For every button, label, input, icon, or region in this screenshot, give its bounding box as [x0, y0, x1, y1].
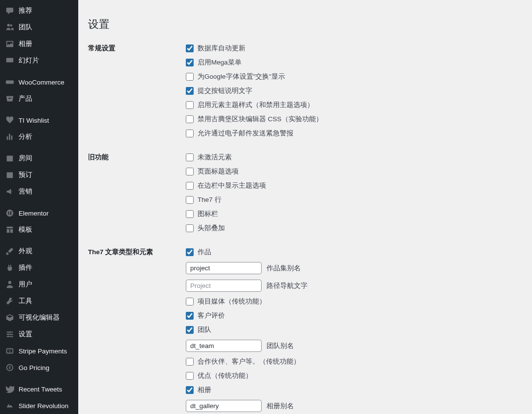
sidebar-item-brush[interactable]: 外观 [0, 243, 78, 260]
sidebar-item-label: 团队 [19, 23, 32, 32]
media-checkbox[interactable] [186, 298, 194, 305]
legacy-option-3-checkbox[interactable] [186, 196, 194, 204]
media-label[interactable]: 项目媒体（传统功能） [198, 297, 266, 306]
sidebar-item-booking[interactable]: 预订 [0, 167, 78, 183]
works-breadcrumb-input[interactable] [186, 280, 262, 292]
user-icon [5, 280, 15, 289]
works-breadcrumb-label: 路径导航文字 [266, 282, 308, 290]
general-option-5-checkbox[interactable] [186, 115, 194, 123]
sidebar-item-slides[interactable]: 幻灯片 [0, 52, 78, 69]
sidebar-item-label: 模板 [19, 225, 32, 234]
section-posttypes-label: The7 文章类型和元素 [88, 248, 186, 257]
sidebar-item-wrench[interactable]: 工具 [0, 293, 78, 309]
booking-icon [5, 170, 15, 180]
sidebar-item-pricing[interactable]: Go Pricing [0, 359, 78, 376]
template-icon [5, 225, 15, 235]
sidebar-item-chart[interactable]: 分析 [0, 129, 78, 145]
general-option-3-checkbox[interactable] [186, 87, 194, 95]
legacy-option-2-label[interactable]: 在边栏中显示主题选项 [198, 181, 266, 190]
legacy-option-5-checkbox[interactable] [186, 224, 194, 232]
testimonials-checkbox[interactable] [186, 312, 194, 320]
works-slug-input[interactable] [186, 262, 262, 274]
sidebar-item-comment[interactable]: 推荐 [0, 2, 78, 19]
sidebar-item-label: 外观 [19, 247, 32, 256]
sidebar-item-images[interactable]: 相册 [0, 36, 78, 52]
sidebar-item-woo[interactable]: WooCommerce [0, 74, 78, 90]
team-slug-input[interactable] [186, 340, 262, 352]
sidebar-item-calendar[interactable]: 房间 [0, 150, 78, 167]
sidebar-item-label: 幻灯片 [19, 56, 39, 65]
sidebar-item-settings[interactable]: 设置 [0, 326, 78, 343]
legacy-option-3-label[interactable]: The7 行 [198, 196, 222, 204]
pricing-icon [5, 363, 15, 372]
sidebar-item-users[interactable]: 团队 [0, 19, 78, 36]
works-checkbox[interactable] [186, 248, 194, 256]
legacy-option-4-label[interactable]: 图标栏 [198, 210, 218, 218]
general-option-1-label[interactable]: 启用Mega菜单 [198, 58, 242, 67]
general-option-5-label[interactable]: 禁用古腾堡区块编辑器 CSS（实验功能） [198, 115, 323, 124]
sidebar-item-label: Stripe Payments [19, 348, 67, 355]
partners-label[interactable]: 合作伙伴、客户等。（传统功能） [198, 357, 300, 366]
team-label[interactable]: 团队 [198, 326, 211, 334]
testimonials-label[interactable]: 客户评价 [198, 311, 225, 320]
comment-icon [5, 6, 15, 16]
page-title: 设置 [88, 17, 522, 32]
legacy-option-0-checkbox[interactable] [186, 153, 194, 161]
works-label[interactable]: 作品 [198, 248, 211, 257]
sidebar-item-label: Recent Tweets [19, 386, 62, 393]
twitter-icon [5, 384, 15, 394]
general-option-3-label[interactable]: 提交按钮说明文字 [198, 87, 252, 95]
general-option-6-checkbox[interactable] [186, 130, 194, 137]
sidebar-item-megaphone[interactable]: 营销 [0, 183, 78, 200]
sidebar-item-twitter[interactable]: Recent Tweets [0, 381, 78, 397]
legacy-option-0-label[interactable]: 未激活元素 [198, 153, 232, 162]
general-option-1-checkbox[interactable] [186, 59, 194, 66]
sidebar-item-label: 可视化编辑器 [19, 313, 60, 322]
images-icon [5, 39, 15, 49]
sidebar-item-product[interactable]: 产品 [0, 90, 78, 107]
section-general-label: 常规设置 [88, 44, 186, 53]
megaphone-icon [5, 187, 15, 196]
gallery-checkbox[interactable] [186, 386, 194, 394]
product-icon [5, 94, 15, 104]
general-option-6-label[interactable]: 允许通过电子邮件发送紧急警报 [198, 129, 293, 138]
admin-sidebar: 推荐团队相册幻灯片WooCommerce产品TI Wishlist分析房间预订营… [0, 0, 78, 414]
general-option-2-checkbox[interactable] [186, 73, 194, 81]
sidebar-item-user[interactable]: 用户 [0, 276, 78, 293]
legacy-option-5-label[interactable]: 头部叠加 [198, 224, 225, 233]
sidebar-item-heart[interactable]: TI Wishlist [0, 112, 78, 129]
sidebar-item-label: 产品 [19, 94, 32, 103]
sidebar-item-slider[interactable]: Slider Revolution [0, 397, 78, 414]
plugin-icon [5, 263, 15, 273]
general-option-4-checkbox[interactable] [186, 101, 194, 109]
stripe-icon: S [5, 346, 15, 356]
sidebar-item-label: WooCommerce [19, 79, 65, 86]
settings-icon [5, 329, 15, 339]
sidebar-item-label: Elementor [19, 210, 49, 217]
general-option-4-label[interactable]: 启用元素主题样式（和禁用主题选项） [198, 101, 314, 109]
legacy-option-1-label[interactable]: 页面标题选项 [198, 167, 239, 176]
general-option-0-label[interactable]: 数据库自动更新 [198, 44, 245, 53]
sidebar-item-label: 用户 [19, 280, 32, 289]
sidebar-item-visual[interactable]: 可视化编辑器 [0, 309, 78, 326]
sidebar-item-plugin[interactable]: 插件 [0, 260, 78, 276]
legacy-option-1-checkbox[interactable] [186, 168, 194, 175]
wrench-icon [5, 296, 15, 306]
general-option-2-label[interactable]: 为Google字体设置"交换"显示 [198, 72, 285, 81]
heart-icon [5, 115, 15, 125]
sidebar-item-stripe[interactable]: SStripe Payments [0, 343, 78, 359]
benefits-label[interactable]: 优点（传统功能） [198, 371, 252, 380]
section-legacy-label: 旧功能 [88, 153, 186, 162]
partners-checkbox[interactable] [186, 358, 194, 366]
legacy-option-2-checkbox[interactable] [186, 182, 194, 190]
sidebar-item-label: 营销 [19, 187, 32, 196]
benefits-checkbox[interactable] [186, 372, 194, 380]
elementor-icon [5, 208, 15, 218]
sidebar-item-template[interactable]: 模板 [0, 221, 78, 238]
sidebar-item-elementor[interactable]: Elementor [0, 205, 78, 221]
gallery-slug-input[interactable] [186, 400, 262, 412]
general-option-0-checkbox[interactable] [186, 44, 194, 52]
gallery-label[interactable]: 相册 [198, 386, 211, 394]
legacy-option-4-checkbox[interactable] [186, 210, 194, 218]
team-checkbox[interactable] [186, 326, 194, 334]
